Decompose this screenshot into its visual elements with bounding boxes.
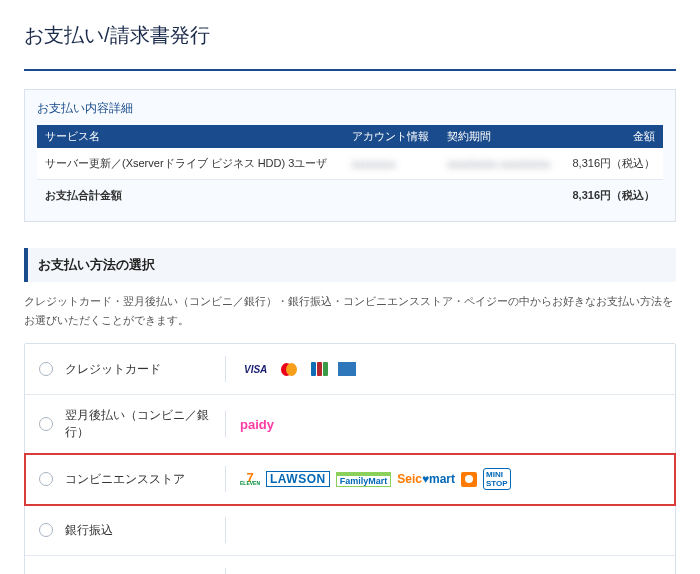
detail-table: サービス名 アカウント情報 契約期間 金額 サーバー更新／(Xserverドライ…	[37, 125, 663, 211]
col-account: アカウント情報	[344, 125, 440, 148]
radio-icon	[39, 362, 53, 376]
radio-icon	[39, 523, 53, 537]
option-bank-transfer[interactable]: 銀行振込	[25, 505, 675, 556]
payment-method-list: クレジットカード VISA 翌月後払い（コンビニ／銀行） paidy コンビニエ…	[24, 343, 676, 574]
mastercard-icon	[277, 361, 301, 377]
total-label: お支払合計金額	[37, 180, 562, 212]
lawson-icon: LAWSON	[266, 471, 330, 487]
radio-icon	[39, 472, 53, 486]
cell-term: xxxx/xx/xx xxxx/xx/xx	[439, 148, 562, 180]
option-credit-card[interactable]: クレジットカード VISA	[25, 344, 675, 395]
divider	[225, 466, 226, 492]
ministop-icon: MINISTOP	[483, 468, 511, 490]
amex-icon	[338, 362, 356, 376]
divider	[225, 356, 226, 382]
cell-amount: 8,316円（税込）	[562, 148, 663, 180]
title-rule	[24, 69, 676, 71]
total-row: お支払合計金額 8,316円（税込）	[37, 180, 663, 212]
cell-account: xxxxxxxx	[344, 148, 440, 180]
paidy-icon: paidy	[240, 417, 274, 432]
option-label: コンビニエンスストア	[65, 471, 225, 488]
divider	[225, 568, 226, 574]
option-label: クレジットカード	[65, 361, 225, 378]
credit-logos: VISA	[240, 361, 356, 377]
jcb-icon	[307, 361, 332, 377]
option-label: 銀行振込	[65, 522, 225, 539]
option-payeasy[interactable]: ペイジー ay-easy	[25, 556, 675, 574]
col-service: サービス名	[37, 125, 344, 148]
method-desc: クレジットカード・翌月後払い（コンビニ／銀行）・銀行振込・コンビニエンスストア・…	[24, 292, 676, 329]
payment-detail-box: お支払い内容詳細 サービス名 アカウント情報 契約期間 金額 サーバー更新／(X…	[24, 89, 676, 222]
visa-icon: VISA	[240, 361, 271, 377]
col-amount: 金額	[562, 125, 663, 148]
seicomart-icon: Seic♥mart	[397, 472, 455, 486]
daily-yamazaki-icon	[461, 472, 477, 487]
divider	[225, 517, 226, 543]
method-heading: お支払い方法の選択	[24, 248, 676, 282]
total-amount: 8,316円（税込）	[562, 180, 663, 212]
seven-eleven-icon: 7ELEVEN	[240, 474, 260, 485]
cell-service: サーバー更新／(Xserverドライブ ビジネス HDD) 3ユーザ	[37, 148, 344, 180]
option-label: 翌月後払い（コンビニ／銀行）	[65, 407, 225, 441]
table-row: サーバー更新／(Xserverドライブ ビジネス HDD) 3ユーザ xxxxx…	[37, 148, 663, 180]
radio-icon	[39, 417, 53, 431]
familymart-icon: FamilyMart	[336, 472, 392, 487]
deferred-logos: paidy	[240, 417, 274, 432]
divider	[225, 411, 226, 437]
col-term: 契約期間	[439, 125, 562, 148]
cvs-logos: 7ELEVEN LAWSON FamilyMart Seic♥mart MINI…	[240, 468, 511, 490]
option-convenience-store[interactable]: コンビニエンスストア 7ELEVEN LAWSON FamilyMart Sei…	[25, 454, 675, 505]
option-deferred[interactable]: 翌月後払い（コンビニ／銀行） paidy	[25, 395, 675, 454]
detail-heading: お支払い内容詳細	[37, 100, 663, 117]
page-title: お支払い/請求書発行	[24, 22, 676, 57]
